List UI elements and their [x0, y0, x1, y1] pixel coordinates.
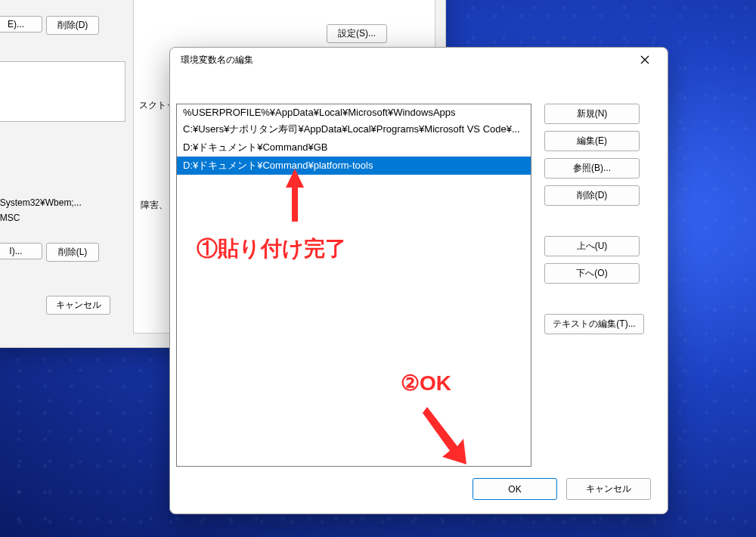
move-down-button[interactable]: 下へ(O)	[544, 263, 640, 284]
path-listbox[interactable]: %USERPROFILE%¥AppData¥Local¥Microsoft¥Wi…	[176, 104, 531, 467]
delete-d-button[interactable]: 削除(D)	[46, 16, 99, 35]
new-button[interactable]: 新規(N)	[544, 104, 640, 124]
path-item[interactable]: D:¥ドキュメント¥Command¥GB	[177, 138, 531, 157]
path-item[interactable]: %USERPROFILE%¥AppData¥Local¥Microsoft¥Wi…	[177, 104, 531, 120]
desktop-background: スケジュール、メモリ使用、および仮想メモリ 設定(S)... E)... 削除(…	[0, 0, 756, 537]
cancel-button[interactable]: キャンセル	[566, 478, 651, 500]
delete-l-button[interactable]: 削除(L)	[46, 243, 99, 262]
side-button-column: 新規(N) 編集(E) 参照(B)... 削除(D) 上へ(U) 下へ(O) テ…	[544, 104, 640, 334]
performance-desc: スケジュール、メモリ使用、および仮想メモリ	[140, 0, 429, 2]
button-l[interactable]: I)...	[0, 243, 42, 259]
dialog-title: 環境変数名の編集	[181, 54, 253, 67]
delete-button[interactable]: 削除(D)	[544, 185, 640, 206]
close-icon	[640, 55, 649, 64]
listbox-fragment	[0, 61, 125, 122]
msc-text: :.MSC	[0, 213, 20, 223]
text-edit-button[interactable]: テキストの編集(T)...	[544, 314, 644, 334]
settings-button[interactable]: 設定(S)...	[327, 24, 387, 43]
ok-button[interactable]: OK	[472, 478, 557, 500]
close-button[interactable]	[628, 48, 662, 71]
path-item[interactable]: C:¥Users¥ナポリタン寿司¥AppData¥Local¥Programs¥…	[177, 120, 531, 138]
disability-frag-label: 障害、	[141, 199, 168, 212]
bg-cancel-button[interactable]: キャンセル	[46, 296, 110, 315]
system32-text: ¥System32¥Wbem;...	[0, 197, 82, 208]
edit-button[interactable]: 編集(E)	[544, 131, 640, 151]
dialog-footer: OK キャンセル	[472, 478, 651, 500]
edit-env-variable-dialog: 環境変数名の編集 %USERPROFILE%¥AppData¥Local¥Mic…	[169, 47, 668, 514]
dialog-titlebar: 環境変数名の編集	[170, 48, 668, 72]
browse-button[interactable]: 参照(B)...	[544, 158, 640, 178]
path-item-selected[interactable]: D:¥ドキュメント¥Command¥platform-tools	[177, 157, 531, 175]
button-e[interactable]: E)...	[0, 16, 42, 33]
move-up-button[interactable]: 上へ(U)	[544, 236, 640, 256]
